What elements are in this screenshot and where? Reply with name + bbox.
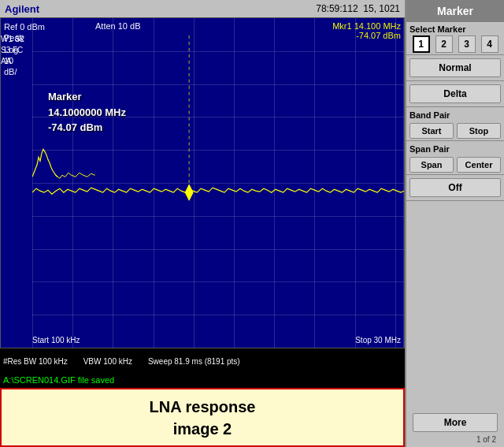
delta-button[interactable]: Delta <box>410 84 501 103</box>
band-pair-start-btn[interactable]: Start <box>410 123 454 139</box>
center-btn[interactable]: Center <box>457 157 501 173</box>
span-pair-label: Span Pair <box>410 143 501 155</box>
spectrum-display <box>32 35 404 255</box>
spectrum-screen: Ref 0 dBm Peak Log 10 dB/ Atten 10 dB Mk… <box>0 17 405 348</box>
res-bw: #Res BW 100 kHz <box>3 357 68 366</box>
caption-text: LNA response image 2 <box>150 396 256 440</box>
select-marker-row: 1 2 3 4 <box>408 34 502 54</box>
span-btn[interactable]: Span <box>410 157 454 173</box>
more-button[interactable]: More <box>413 413 498 432</box>
vbw: VBW 100 kHz <box>83 357 132 366</box>
off-button[interactable]: Off <box>410 178 501 197</box>
more-section: More 1 of 2 <box>406 407 504 447</box>
band-pair-label: Band Pair <box>410 109 501 121</box>
display-area: Agilent 78:59:112 15, 1021 <box>0 0 405 447</box>
atten-info: Atten 10 dB <box>95 21 141 31</box>
caption-box: LNA response image 2 <box>0 388 405 447</box>
delta-section: Delta <box>406 81 504 107</box>
normal-section: Normal <box>406 55 504 81</box>
band-pair-section: Band Pair Start Stop <box>406 107 504 141</box>
span-pair-section: Span Pair Span Center <box>406 141 504 175</box>
agilent-logo: Agilent <box>5 3 39 15</box>
marker-1-btn[interactable]: 1 <box>413 35 430 53</box>
marker-3-btn[interactable]: 3 <box>458 35 476 53</box>
marker-panel: Marker Select Marker 1 2 3 4 Normal Delt… <box>405 0 504 447</box>
off-section: Off <box>406 175 504 201</box>
timestamp: 78:59:112 15, 1021 <box>316 3 400 14</box>
start-label: Start 100 kHz <box>32 336 80 345</box>
top-bar: Agilent 78:59:112 15, 1021 <box>0 0 405 17</box>
select-marker-label: Select Marker <box>406 22 504 34</box>
more-sub-label: 1 of 2 <box>410 435 501 444</box>
marker-4-btn[interactable]: 4 <box>481 35 498 53</box>
marker-2-btn[interactable]: 2 <box>435 35 453 53</box>
status-bar: A:\SCREN014.GIF file saved <box>0 374 405 388</box>
band-pair-stop-btn[interactable]: Stop <box>457 123 501 139</box>
panel-title: Marker <box>406 0 504 22</box>
normal-button[interactable]: Normal <box>410 58 501 77</box>
bottom-info: #Res BW 100 kHz VBW 100 kHz Sweep 81.9 m… <box>0 348 405 374</box>
select-marker-section: Select Marker 1 2 3 4 <box>406 22 504 55</box>
sweep-info: Sweep 81.9 ms (8191 pts) <box>148 357 240 366</box>
stop-label: Stop 30 MHz <box>355 336 401 345</box>
left-labels: W1 S2 S3 FC AA <box>1 34 24 67</box>
